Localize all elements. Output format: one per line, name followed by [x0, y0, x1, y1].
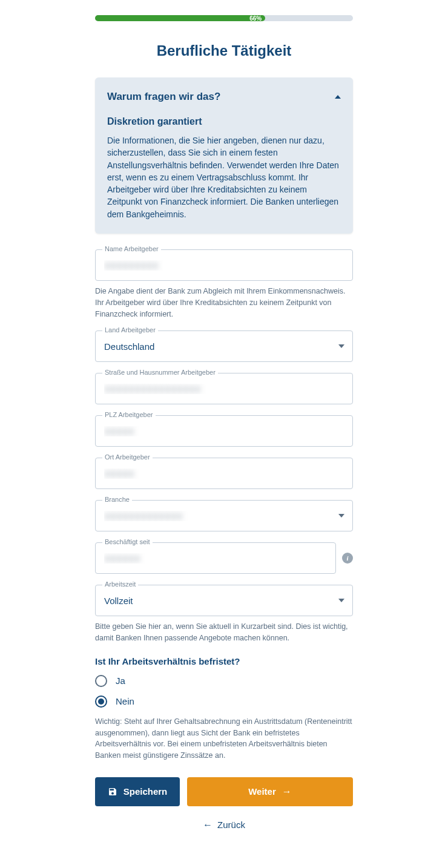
employer-street-label: Straße und Hausnummer Arbeitgeber [102, 369, 218, 376]
work-time-label: Arbeitszeit [102, 580, 138, 588]
radio-no[interactable]: Nein [95, 695, 353, 708]
employer-zip-input[interactable] [95, 415, 353, 447]
employed-since-input[interactable] [95, 542, 336, 574]
radio-yes[interactable]: Ja [95, 675, 353, 687]
employer-country-select[interactable]: Deutschland [95, 330, 353, 362]
employed-since-label: Beschäftigt seit [102, 538, 153, 545]
next-button-label: Weiter [248, 786, 276, 797]
back-link[interactable]: ← Zurück [95, 820, 353, 830]
save-button-label: Speichern [124, 786, 168, 797]
employer-name-label: Name Arbeitgeber [102, 245, 161, 252]
info-box: Warum fragen wir das? Diskretion garanti… [95, 77, 353, 234]
work-time-help: Bitte geben Sie hier an, wenn Sie aktuel… [95, 621, 353, 644]
caret-up-icon [335, 95, 341, 99]
fixed-term-question: Ist Ihr Arbeitsverhältnis befristet? [95, 656, 353, 666]
radio-no-label: Nein [116, 696, 134, 706]
radio-icon [95, 675, 107, 687]
info-icon[interactable]: i [342, 553, 353, 564]
branch-select[interactable]: XXXXXXXXXXXXX [95, 500, 353, 531]
progress-bar: 66% [95, 15, 353, 21]
fixed-term-help: Wichtig: Steht auf Ihrer Gehaltsabrechnu… [95, 716, 353, 761]
save-icon [108, 787, 117, 797]
employer-country-label: Land Arbeitgeber [102, 326, 158, 334]
employer-name-help: Die Angabe dient der Bank zum Abgleich m… [95, 286, 353, 320]
employer-city-input[interactable] [95, 458, 353, 489]
employer-street-input[interactable] [95, 373, 353, 404]
info-box-body: Die Informationen, die Sie hier angeben,… [107, 134, 341, 220]
back-link-label: Zurück [217, 820, 245, 830]
info-box-toggle[interactable]: Warum fragen wir das? [107, 91, 341, 103]
employer-name-input[interactable] [95, 249, 353, 281]
progress-fill: 66% [95, 15, 265, 21]
arrow-right-icon: → [282, 786, 292, 797]
work-time-select[interactable]: Vollzeit [95, 585, 353, 616]
progress-percent: 66% [249, 15, 262, 22]
info-box-subheader: Diskretion garantiert [107, 116, 341, 127]
employer-zip-label: PLZ Arbeitgeber [102, 411, 156, 418]
employer-city-label: Ort Arbeitgeber [102, 453, 153, 461]
next-button[interactable]: Weiter → [187, 777, 353, 806]
info-box-header: Warum fragen wir das? [107, 91, 220, 103]
radio-icon [95, 695, 107, 708]
save-button[interactable]: Speichern [95, 777, 180, 806]
radio-yes-label: Ja [116, 676, 125, 686]
page-title: Berufliche Tätigkeit [95, 42, 353, 59]
branch-label: Branche [102, 496, 132, 503]
arrow-left-icon: ← [203, 820, 212, 830]
